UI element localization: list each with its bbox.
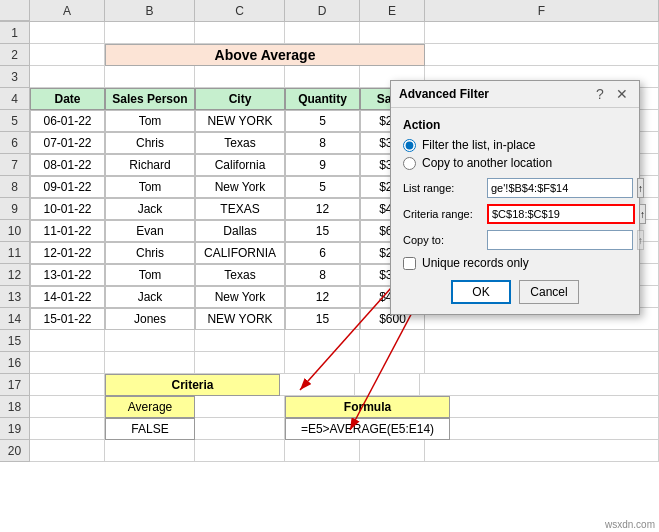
cell-16-d[interactable] [195,352,285,374]
cell-3-c[interactable] [105,66,195,88]
unique-records-checkbox[interactable] [403,257,416,270]
cell-16-rest[interactable] [425,352,659,374]
cell-2-b[interactable] [30,44,105,66]
cell-16-e[interactable] [285,352,360,374]
cell-15-c[interactable] [105,330,195,352]
cell-1-d[interactable] [195,22,285,44]
criteria-false-value[interactable]: FALSE [105,418,195,440]
cell-8-city[interactable]: New York [195,176,285,198]
cell-11-city[interactable]: CALIFORNIA [195,242,285,264]
list-range-input[interactable] [487,178,633,198]
cell-16-b[interactable] [30,352,105,374]
cell-20-e[interactable] [285,440,360,462]
cell-6-city[interactable]: Texas [195,132,285,154]
cell-7-person[interactable]: Richard [105,154,195,176]
cell-10-qty[interactable]: 15 [285,220,360,242]
cell-20-d[interactable] [195,440,285,462]
cell-5-person[interactable]: Tom [105,110,195,132]
cell-13-date[interactable]: 14-01-22 [30,286,105,308]
cell-8-qty[interactable]: 5 [285,176,360,198]
cell-15-e[interactable] [285,330,360,352]
cell-5-city[interactable]: NEW YORK [195,110,285,132]
cell-20-rest[interactable] [425,440,659,462]
cell-5-date[interactable]: 06-01-22 [30,110,105,132]
cell-17-f[interactable] [355,374,420,396]
cell-9-city[interactable]: TEXAS [195,198,285,220]
cell-3-b[interactable] [30,66,105,88]
cell-2-rest[interactable] [425,44,659,66]
dialog-close-button[interactable]: ✕ [613,85,631,103]
cell-18-b[interactable] [30,396,105,418]
cancel-button[interactable]: Cancel [519,280,579,304]
criteria-range-input[interactable] [487,204,635,224]
cell-16-c[interactable] [105,352,195,374]
row-1 [30,22,659,44]
cell-13-city[interactable]: New York [195,286,285,308]
cell-20-b[interactable] [30,440,105,462]
cell-10-person[interactable]: Evan [105,220,195,242]
cell-13-person[interactable]: Jack [105,286,195,308]
cell-15-b[interactable] [30,330,105,352]
criteria-range-button[interactable]: ↑ [639,204,646,224]
ok-button[interactable]: OK [451,280,511,304]
cell-1-c[interactable] [105,22,195,44]
cell-20-c[interactable] [105,440,195,462]
row-num-14: 14 [0,308,30,330]
cell-7-qty[interactable]: 9 [285,154,360,176]
action-label: Action [403,118,627,132]
cell-6-qty[interactable]: 8 [285,132,360,154]
cell-19-rest[interactable] [450,418,659,440]
cell-12-city[interactable]: Texas [195,264,285,286]
cell-1-b[interactable] [30,22,105,44]
cell-12-date[interactable]: 13-01-22 [30,264,105,286]
cell-11-date[interactable]: 12-01-22 [30,242,105,264]
cell-11-qty[interactable]: 6 [285,242,360,264]
cell-5-qty[interactable]: 5 [285,110,360,132]
radio-filter-inplace[interactable] [403,139,416,152]
dialog-help-button[interactable]: ? [591,85,609,103]
cell-7-date[interactable]: 08-01-22 [30,154,105,176]
cell-15-f[interactable] [360,330,425,352]
cell-6-person[interactable]: Chris [105,132,195,154]
cell-17-e[interactable] [280,374,355,396]
cell-14-person[interactable]: Jones [105,308,195,330]
cell-19-d[interactable] [195,418,285,440]
list-range-button[interactable]: ↑ [637,178,644,198]
cell-3-e[interactable] [285,66,360,88]
cell-12-person[interactable]: Tom [105,264,195,286]
cell-1-rest[interactable] [425,22,659,44]
cell-12-qty[interactable]: 8 [285,264,360,286]
copy-to-row: Copy to: ↑ [403,230,627,250]
cell-20-f[interactable] [360,440,425,462]
cell-6-date[interactable]: 07-01-22 [30,132,105,154]
radio-copy-location[interactable] [403,157,416,170]
cell-18-rest[interactable] [450,396,659,418]
cell-14-city[interactable]: NEW YORK [195,308,285,330]
cell-15-d[interactable] [195,330,285,352]
cell-10-city[interactable]: Dallas [195,220,285,242]
watermark: wsxdn.com [605,519,655,530]
cell-9-date[interactable]: 10-01-22 [30,198,105,220]
cell-18-d[interactable] [195,396,285,418]
cell-11-person[interactable]: Chris [105,242,195,264]
cell-17-rest[interactable] [420,374,659,396]
cell-14-qty[interactable]: 15 [285,308,360,330]
cell-10-date[interactable]: 11-01-22 [30,220,105,242]
row-18: Average Formula [30,396,659,418]
cell-1-f[interactable] [360,22,425,44]
cell-9-person[interactable]: Jack [105,198,195,220]
cell-19-b[interactable] [30,418,105,440]
cell-7-city[interactable]: California [195,154,285,176]
cell-16-f[interactable] [360,352,425,374]
cell-15-rest[interactable] [425,330,659,352]
copy-to-input[interactable] [487,230,633,250]
cell-8-date[interactable]: 09-01-22 [30,176,105,198]
cell-9-qty[interactable]: 12 [285,198,360,220]
cell-1-e[interactable] [285,22,360,44]
criteria-formula-value[interactable]: =E5>AVERAGE(E5:E14) [285,418,450,440]
cell-3-d[interactable] [195,66,285,88]
cell-14-date[interactable]: 15-01-22 [30,308,105,330]
cell-17-b[interactable] [30,374,105,396]
cell-13-qty[interactable]: 12 [285,286,360,308]
cell-8-person[interactable]: Tom [105,176,195,198]
